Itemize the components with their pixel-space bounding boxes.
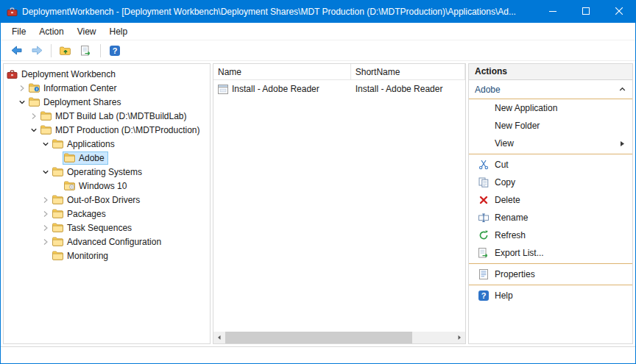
list-item-install-adobe-reader[interactable]: Install - Adobe ReaderInstall - Adobe Re… (213, 82, 465, 96)
tree-item-monitoring[interactable]: Monitoring (4, 249, 210, 263)
folder-icon (52, 251, 64, 260)
chevron-collapsed-icon[interactable] (29, 111, 39, 121)
tree-item-label: Deployment Workbench (21, 69, 116, 79)
tree-item-task-sequences[interactable]: Task Sequences (4, 221, 210, 235)
folder-icon (52, 139, 64, 149)
chevron-collapsed-icon[interactable] (17, 83, 27, 93)
tree-node[interactable]: Applications (51, 138, 119, 151)
collapse-group-icon[interactable] (618, 85, 626, 93)
menu-view[interactable]: View (71, 24, 103, 40)
action-rename[interactable]: Rename (469, 209, 632, 226)
window-controls (536, 1, 635, 23)
chevron-expanded-icon[interactable] (40, 167, 51, 177)
back-button[interactable] (7, 42, 26, 60)
tree-node[interactable]: iInformation Center (27, 82, 120, 95)
forward-button[interactable] (27, 42, 46, 60)
action-item-label: Rename (495, 213, 528, 223)
action-view[interactable]: View (469, 135, 632, 152)
title-bar[interactable]: DeploymentWorkbench - [Deployment Workbe… (1, 1, 635, 23)
list-item-shortname-label: Install - Adobe Reader (356, 84, 443, 94)
tree-node[interactable]: Task Sequences (51, 221, 135, 235)
export-list-button[interactable] (77, 42, 96, 60)
deployment-workbench-window: DeploymentWorkbench - [Deployment Workbe… (0, 0, 636, 364)
actions-group-label: Adobe (475, 85, 501, 95)
scroll-left-button[interactable] (213, 332, 225, 343)
actions-separator (469, 285, 632, 285)
scroll-right-icon (456, 332, 462, 343)
results-pane: NameShortName Install - Adobe ReaderInst… (213, 63, 466, 344)
tree-node[interactable]: Deployment Workbench (5, 68, 119, 81)
chevron-collapsed-icon[interactable] (40, 223, 51, 233)
tree-node[interactable]: Windows 10 (63, 179, 130, 193)
tree-item-deployment-workbench[interactable]: Deployment Workbench (4, 67, 210, 81)
maximize-icon (582, 7, 590, 17)
up-one-level-button[interactable] (56, 42, 75, 60)
tree-item-deployment-shares[interactable]: Deployment Shares (4, 95, 210, 109)
back-icon (10, 46, 23, 55)
action-export-list[interactable]: Export List... (469, 244, 632, 262)
chevron-collapsed-icon[interactable] (40, 195, 51, 205)
folder-icon (64, 153, 76, 163)
folder-icon (40, 125, 52, 135)
actions-pane-title: Actions (469, 64, 632, 80)
actions-group-adobe[interactable]: Adobe (469, 80, 632, 99)
list-column-headers: NameShortName (213, 64, 465, 80)
tree-item-windows-10[interactable]: Windows 10 (4, 179, 210, 193)
chevron-collapsed-icon[interactable] (40, 237, 51, 247)
folder-info-icon: i (29, 83, 40, 93)
tree-node[interactable]: MDT Build Lab (D:\MDTBuildLab) (39, 110, 191, 123)
tree-node[interactable]: Out-of-Box Drivers (51, 193, 144, 207)
list-cell-name: Install - Adobe Reader (213, 84, 351, 94)
column-header-shortname[interactable]: ShortName (351, 64, 465, 79)
tree-item-information-center[interactable]: iInformation Center (4, 81, 210, 95)
tree-item-adobe[interactable]: Adobe (4, 151, 210, 165)
action-properties[interactable]: Properties (469, 265, 632, 283)
scrollbar-track[interactable] (225, 332, 453, 343)
column-header-name[interactable]: Name (213, 64, 351, 79)
action-item-label: New Application (495, 103, 557, 113)
action-help[interactable]: ?Help (469, 287, 632, 304)
tree-node[interactable]: Monitoring (51, 249, 112, 263)
tree-node[interactable]: Deployment Shares (27, 96, 124, 109)
tree-item-packages[interactable]: Packages (4, 207, 210, 221)
tree-node[interactable]: Adobe (63, 151, 108, 165)
tree-item-advanced-configuration[interactable]: Advanced Configuration (4, 235, 210, 249)
action-new-folder[interactable]: New Folder (469, 117, 632, 135)
expander-spacer (52, 181, 63, 191)
menu-file[interactable]: File (5, 24, 32, 40)
minimize-button[interactable] (536, 1, 569, 23)
tree-node[interactable]: Advanced Configuration (51, 235, 165, 249)
tree-item-mdt-production-d-mdtproduction[interactable]: MDT Production (D:\MDTProduction) (4, 123, 210, 137)
action-copy[interactable]: Copy (469, 174, 632, 191)
chevron-expanded-icon[interactable] (40, 139, 51, 149)
tree-node[interactable]: Packages (51, 207, 110, 221)
tree-item-out-of-box-drivers[interactable]: Out-of-Box Drivers (4, 193, 210, 207)
scrollbar-thumb[interactable] (225, 332, 412, 343)
action-item-label: Properties (495, 269, 535, 279)
tree-item-mdt-build-lab-d-mdtbuildlab[interactable]: MDT Build Lab (D:\MDTBuildLab) (4, 109, 210, 123)
tree-node[interactable]: Operating Systems (51, 165, 146, 179)
tree-item-operating-systems[interactable]: Operating Systems (4, 165, 210, 179)
tree-node[interactable]: MDT Production (D:\MDTProduction) (39, 124, 204, 137)
action-delete[interactable]: Delete (469, 191, 632, 209)
action-new-application[interactable]: New Application (469, 99, 632, 117)
menu-action[interactable]: Action (32, 24, 70, 40)
action-cut[interactable]: Cut (469, 156, 632, 174)
tree-item-applications[interactable]: Applications (4, 137, 210, 151)
maximize-button[interactable] (569, 1, 602, 23)
help-button[interactable]: ? (105, 42, 124, 60)
chevron-expanded-icon[interactable] (17, 97, 27, 107)
chevron-collapsed-icon[interactable] (40, 209, 51, 219)
action-item-label: Help (495, 290, 513, 301)
horizontal-scrollbar[interactable] (213, 332, 465, 343)
tree-item-label: Monitoring (67, 251, 108, 261)
export-icon (478, 247, 490, 259)
scroll-right-button[interactable] (453, 332, 465, 343)
tree-item-label: Out-of-Box Drivers (67, 195, 140, 205)
action-refresh[interactable]: Refresh (469, 226, 632, 244)
menu-help[interactable]: Help (103, 24, 135, 40)
chevron-expanded-icon[interactable] (29, 125, 39, 135)
tree-item-label: Adobe (79, 153, 105, 163)
toolbar-separator (51, 44, 52, 57)
close-button[interactable] (602, 1, 635, 23)
